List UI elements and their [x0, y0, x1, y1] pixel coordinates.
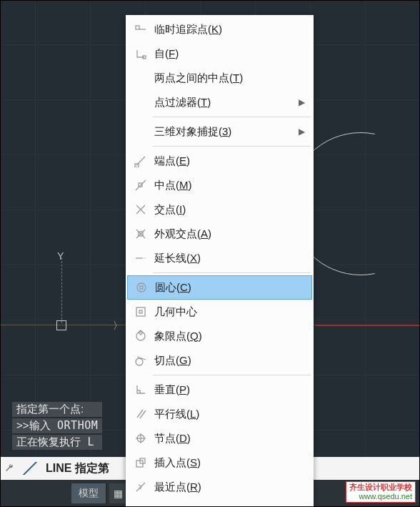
menu-item[interactable]: 交点(I): [127, 197, 312, 222]
menu-item[interactable]: 圆心(C): [127, 275, 312, 300]
svg-point-20: [136, 358, 143, 365]
command-history: 指定第一个点: >>输入 ORTHOM 正在恢复执行 L: [12, 402, 102, 450]
menu-item[interactable]: 点过滤器(T)▶: [127, 90, 312, 114]
svg-point-14: [137, 283, 146, 292]
apparent-intersect-icon: [131, 227, 150, 240]
menu-item[interactable]: 无(N): [127, 499, 312, 507]
menu-label: 最近点(R): [150, 481, 312, 494]
from-icon: [131, 47, 150, 60]
menu-label: 几何中心: [150, 305, 312, 319]
menu-label: 自(F): [150, 47, 312, 61]
svg-point-18: [136, 332, 145, 340]
x-arrow: 〉: [113, 320, 123, 333]
menu-item[interactable]: 三维对象捕捉(3)▶: [127, 119, 312, 144]
menu-label: 平行线(L): [150, 408, 312, 421]
model-tab[interactable]: 模型: [71, 483, 106, 503]
svg-line-5: [136, 180, 146, 190]
quadrant-icon: [131, 330, 150, 343]
submenu-chevron-icon: ▶: [299, 127, 305, 137]
node-icon: [131, 432, 150, 445]
command-text: LINE 指定第: [46, 461, 109, 476]
svg-rect-17: [139, 310, 142, 313]
svg-rect-0: [136, 26, 139, 29]
submenu-chevron-icon: ▶: [299, 97, 305, 107]
nearest-icon: [131, 481, 150, 493]
perpendicular-icon: [131, 383, 150, 396]
insert-icon: [131, 456, 150, 469]
menu-label: 无(N): [150, 505, 312, 508]
menu-label: 垂直(P): [150, 383, 312, 397]
svg-rect-15: [140, 286, 143, 289]
menu-label: 三维对象捕捉(3): [150, 125, 312, 139]
svg-line-22: [137, 410, 143, 418]
menu-item[interactable]: 象限点(Q): [127, 324, 312, 348]
geo-center-icon: [131, 305, 150, 318]
menu-label: 外观交点(A): [150, 227, 312, 241]
endpoint-icon: [131, 154, 150, 167]
menu-label: 切点(G): [150, 354, 312, 368]
menu-label: 节点(D): [150, 432, 312, 446]
menu-item[interactable]: 几何中心: [127, 300, 312, 324]
menu-item[interactable]: 垂直(P): [127, 378, 312, 402]
menu-item[interactable]: 外观交点(A): [127, 222, 312, 246]
menu-item[interactable]: 临时追踪点(K): [127, 17, 312, 41]
menu-label: 圆心(C): [151, 281, 311, 295]
menu-item[interactable]: 节点(D): [127, 426, 312, 451]
history-line: 指定第一个点:: [12, 402, 102, 417]
menu-label: 中点(M): [150, 179, 312, 192]
menu-label: 象限点(Q): [150, 330, 312, 343]
menu-label: 点过滤器(T): [150, 96, 312, 109]
tracking-line: [61, 257, 62, 323]
menu-label: 临时追踪点(K): [150, 23, 312, 36]
menu-item[interactable]: 自(F): [127, 41, 312, 66]
intersection-icon: [131, 203, 150, 216]
menu-item[interactable]: 端点(E): [127, 149, 312, 173]
history-line: >>输入 ORTHOM: [12, 418, 102, 433]
menu-label: 插入点(S): [150, 456, 312, 470]
midpoint-icon: [131, 179, 150, 192]
menu-label: 延长线(X): [150, 252, 312, 265]
watermark: 齐生设计职业学校 www.qsedu.net: [346, 481, 416, 503]
menu-item[interactable]: 中点(M): [127, 173, 312, 197]
svg-rect-16: [136, 307, 145, 316]
menu-item[interactable]: 延长线(X): [127, 246, 312, 270]
line-cmd-icon: [20, 462, 40, 475]
osnap-context-menu[interactable]: 临时追踪点(K)自(F)两点之间的中点(T)点过滤器(T)▶三维对象捕捉(3)▶…: [126, 15, 314, 507]
menu-item[interactable]: 切点(G): [127, 348, 312, 373]
customize-icon[interactable]: [3, 462, 16, 475]
endpoint-marker: [56, 320, 66, 330]
menu-label: 两点之间的中点(T): [150, 72, 312, 85]
menu-label: 端点(E): [150, 154, 312, 168]
history-line: 正在恢复执行 L: [12, 435, 102, 450]
menu-item[interactable]: 两点之间的中点(T): [127, 66, 312, 90]
extension-icon: [131, 252, 150, 265]
center-icon: [132, 281, 151, 294]
svg-line-23: [140, 410, 146, 418]
ucs-x-axis: [316, 325, 420, 326]
menu-item[interactable]: 最近点(R): [127, 475, 312, 499]
track-point-icon: [131, 23, 150, 36]
parallel-icon: [131, 408, 150, 420]
y-axis-label: Y: [57, 250, 64, 262]
svg-marker-19: [139, 330, 143, 335]
tangent-icon: [131, 354, 150, 367]
menu-item[interactable]: 平行线(L): [127, 402, 312, 426]
menu-label: 交点(I): [150, 203, 312, 217]
menu-item[interactable]: 插入点(S): [127, 451, 312, 475]
